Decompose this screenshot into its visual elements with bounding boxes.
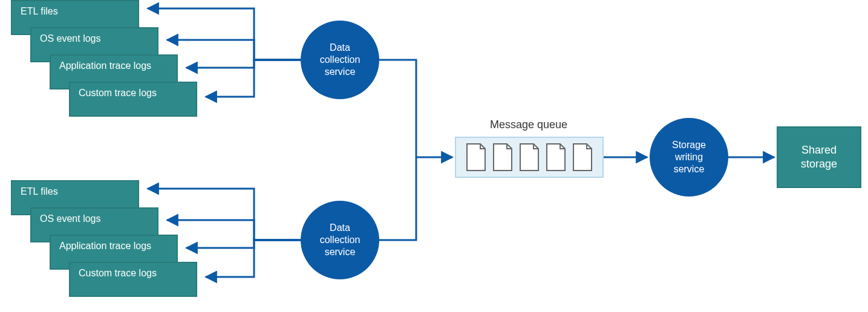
log-source-label: Custom trace logs <box>79 268 157 279</box>
log-source-label: ETL files <box>21 186 58 197</box>
circle-label: Storage writing service <box>672 139 706 175</box>
log-source-label: OS event logs <box>40 213 101 224</box>
storage-label: Shared storage <box>801 143 837 172</box>
storage-writing-service-node: Storage writing service <box>650 118 728 197</box>
log-source-label: OS event logs <box>40 33 101 44</box>
message-queue <box>455 137 604 178</box>
message-queue-label: Message queue <box>490 119 567 131</box>
document-icon <box>465 143 488 172</box>
log-source-box: Custom trace logs <box>69 262 197 297</box>
shared-storage-node: Shared storage <box>777 126 861 188</box>
document-icon <box>518 143 541 172</box>
log-source-label: Application trace logs <box>59 241 151 252</box>
data-collection-service-node: Data collection service <box>301 201 379 279</box>
circle-label: Data collection service <box>320 42 361 78</box>
log-source-label: Custom trace logs <box>79 88 157 99</box>
data-collection-service-node: Data collection service <box>301 21 379 99</box>
log-source-box: Custom trace logs <box>69 82 197 117</box>
circle-label: Data collection service <box>320 222 361 258</box>
document-icon <box>571 143 594 172</box>
document-icon <box>491 143 514 172</box>
document-icon <box>544 143 567 172</box>
log-source-label: Application trace logs <box>59 60 151 71</box>
log-source-label: ETL files <box>21 6 58 17</box>
